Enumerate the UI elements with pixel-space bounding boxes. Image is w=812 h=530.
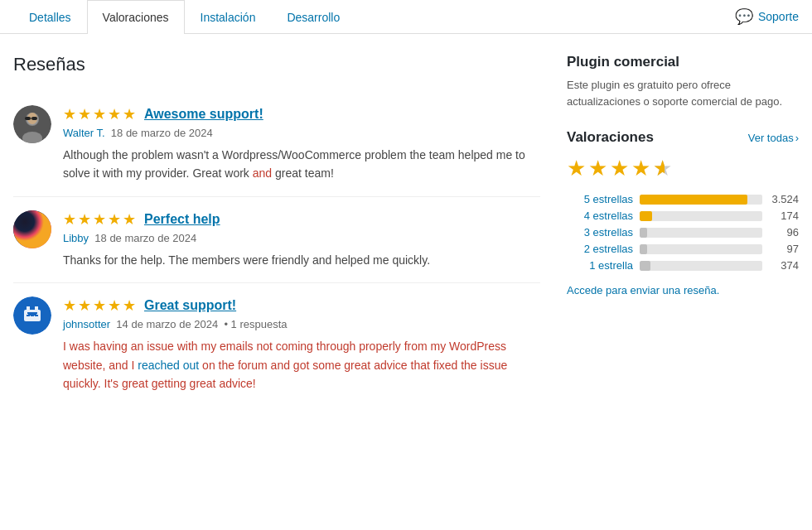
- tab-desarrollo[interactable]: Desarrollo: [271, 0, 355, 34]
- review-body-walter: ★ ★ ★ ★ ★ Awesome support! Walter T. 18 …: [63, 105, 540, 183]
- commercial-box: Plugin comercial Este plugin es gratuito…: [567, 54, 799, 109]
- reviewer-walter[interactable]: Walter T.: [63, 127, 105, 139]
- tabs-bar: Detalles Valoraciones Instalación Desarr…: [0, 0, 812, 34]
- stars-johnsotter: ★ ★ ★ ★ ★: [63, 296, 136, 315]
- rating-bars: 5 estrellas 3.524 4 estrellas 174 3 estr…: [567, 193, 799, 272]
- review-meta-johnsotter: johnsotter 14 de marzo de 2024 • 1 respu…: [63, 318, 540, 330]
- support-icon: 💬: [735, 7, 753, 26]
- reviews-section: Reseñas: [13, 54, 540, 406]
- review-title-libby[interactable]: Perfect help: [144, 212, 220, 227]
- star-5: ★: [123, 105, 136, 123]
- overall-star-1: ★: [567, 156, 586, 181]
- bar-fill-2: [640, 244, 647, 254]
- review-title-walter[interactable]: Awesome support!: [144, 107, 263, 122]
- rating-row-5: 5 estrellas 3.524: [567, 193, 799, 205]
- tab-instalacion[interactable]: Instalación: [185, 0, 272, 34]
- svg-rect-12: [27, 306, 30, 310]
- rating-row-2: 2 estrellas 97: [567, 243, 799, 255]
- review-meta-walter: Walter T. 18 de marzo de 2024: [63, 127, 540, 139]
- reviewer-libby[interactable]: Libby: [63, 232, 89, 244]
- rating-count-5: 3.524: [769, 193, 799, 205]
- support-label: Soporte: [758, 10, 799, 23]
- bar-fill-4: [640, 211, 652, 221]
- bar-track-2: [640, 244, 762, 254]
- support-link[interactable]: 💬 Soporte: [735, 7, 799, 26]
- rating-row-1: 1 estrella 374: [567, 259, 799, 272]
- reviewer-johnsotter[interactable]: johnsotter: [63, 318, 110, 330]
- svg-rect-19: [34, 312, 37, 314]
- commercial-text: Este plugin es gratuito pero ofrece actu…: [567, 77, 799, 109]
- highlight-and: and: [253, 166, 272, 180]
- avatar-walter: [13, 105, 51, 143]
- rating-label-5: 5 estrellas: [567, 193, 633, 205]
- rating-label-3: 3 estrellas: [567, 226, 633, 238]
- rating-label-4: 4 estrellas: [567, 210, 633, 222]
- overall-star-2: ★: [588, 156, 607, 181]
- overall-star-3: ★: [610, 156, 629, 181]
- review-card-libby: ★ ★ ★ ★ ★ Perfect help Libby 18 de marzo…: [13, 197, 540, 283]
- star-4: ★: [108, 105, 121, 123]
- commercial-title: Plugin comercial: [567, 54, 799, 70]
- bar-fill-5: [640, 195, 747, 205]
- ratings-header: Valoraciones Ver todas ›: [567, 129, 799, 146]
- reviews-title: Reseñas: [13, 54, 540, 75]
- avatar-libby: [13, 210, 51, 248]
- review-text-johnsotter: I was having an issue with my emails not…: [63, 337, 540, 393]
- stars-libby: ★ ★ ★ ★ ★: [63, 210, 136, 229]
- avatar-johnsotter: [13, 296, 51, 335]
- review-card-walter: ★ ★ ★ ★ ★ Awesome support! Walter T. 18 …: [13, 92, 540, 197]
- review-header-walter: ★ ★ ★ ★ ★ Awesome support!: [63, 105, 540, 123]
- review-reply-johnsotter: 1 respuesta: [231, 318, 288, 330]
- star-2: ★: [78, 105, 91, 123]
- rating-label-2: 2 estrellas: [567, 243, 633, 255]
- svg-rect-18: [27, 312, 31, 314]
- bar-fill-3: [640, 228, 647, 238]
- overall-star-5: ★: [653, 156, 672, 181]
- review-body-libby: ★ ★ ★ ★ ★ Perfect help Libby 18 de marzo…: [63, 210, 540, 269]
- review-header-johnsotter: ★ ★ ★ ★ ★ Great support!: [63, 296, 540, 315]
- review-text-walter: Although the problem wasn't a Wordpress/…: [63, 146, 540, 183]
- review-date-johnsotter: 14 de marzo de 2024: [116, 318, 218, 330]
- svg-rect-13: [35, 306, 38, 310]
- sidebar: Plugin comercial Este plugin es gratuito…: [567, 54, 799, 406]
- star-3: ★: [93, 105, 106, 123]
- review-meta-libby: Libby 18 de marzo de 2024: [63, 232, 540, 244]
- ver-todas-link[interactable]: Ver todas ›: [748, 132, 799, 144]
- accede-link[interactable]: Accede para enviar una reseña.: [567, 284, 719, 296]
- rating-count-4: 174: [769, 210, 799, 222]
- review-text-libby: Thanks for the help. The members were fr…: [63, 251, 540, 269]
- tab-detalles[interactable]: Detalles: [13, 0, 87, 34]
- rating-count-3: 96: [769, 226, 799, 238]
- bar-track-1: [640, 261, 762, 271]
- rating-count-1: 374: [769, 259, 799, 272]
- review-date-walter: 18 de marzo de 2024: [111, 127, 213, 139]
- main-content: Reseñas: [0, 34, 812, 426]
- overall-stars: ★ ★ ★ ★ ★: [567, 156, 799, 181]
- rating-count-2: 97: [769, 243, 799, 255]
- bar-track-3: [640, 228, 762, 238]
- bar-fill-1: [640, 261, 650, 271]
- svg-point-9: [13, 210, 51, 248]
- ratings-title: Valoraciones: [567, 129, 654, 146]
- tab-valoraciones[interactable]: Valoraciones: [87, 0, 185, 34]
- bar-track-5: [640, 195, 762, 205]
- chevron-right-icon: ›: [795, 132, 799, 144]
- review-title-johnsotter[interactable]: Great support!: [144, 298, 236, 313]
- stars-walter: ★ ★ ★ ★ ★: [63, 105, 136, 123]
- ratings-box: Valoraciones Ver todas › ★ ★ ★ ★ ★ 5 est…: [567, 129, 799, 296]
- review-body-johnsotter: ★ ★ ★ ★ ★ Great support! johnsotter 14 d…: [63, 296, 540, 393]
- overall-star-4: ★: [631, 156, 650, 181]
- svg-rect-4: [25, 117, 31, 120]
- star-1: ★: [63, 105, 76, 123]
- rating-label-1: 1 estrella: [567, 259, 633, 272]
- bar-track-4: [640, 211, 762, 221]
- review-date-libby: 18 de marzo de 2024: [94, 232, 196, 244]
- svg-rect-17: [28, 314, 36, 316]
- svg-rect-5: [31, 117, 37, 120]
- reached-out-link: reached out: [138, 359, 199, 372]
- review-header-libby: ★ ★ ★ ★ ★ Perfect help: [63, 210, 540, 229]
- rating-row-4: 4 estrellas 174: [567, 210, 799, 222]
- review-card-johnsotter: ★ ★ ★ ★ ★ Great support! johnsotter 14 d…: [13, 283, 540, 406]
- rating-row-3: 3 estrellas 96: [567, 226, 799, 238]
